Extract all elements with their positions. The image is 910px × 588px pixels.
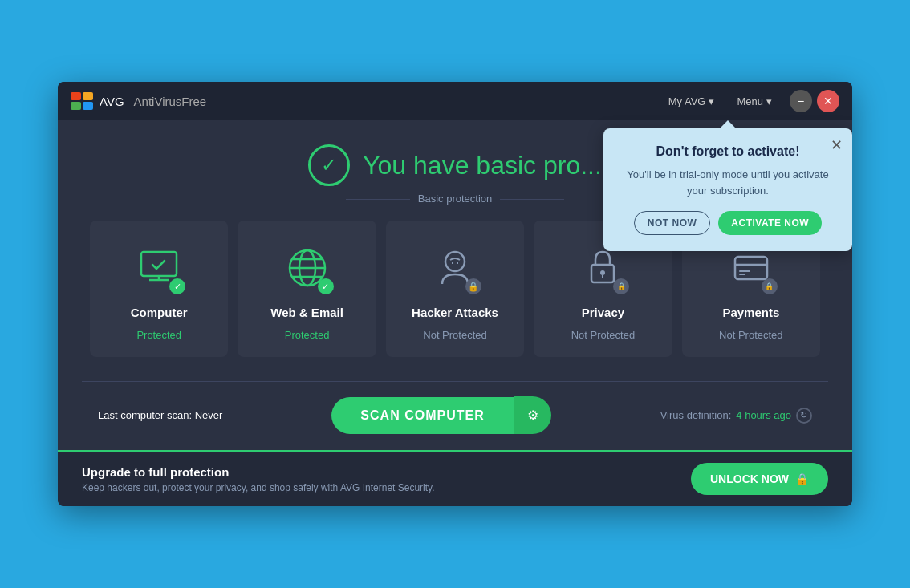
status-icon: ✓ <box>308 144 350 186</box>
privacy-card-name: Privacy <box>582 306 624 319</box>
popup-title: Don't forget to activate! <box>621 144 835 159</box>
upgrade-footer: Upgrade to full protection Keep hackers … <box>58 450 852 506</box>
upgrade-title: Upgrade to full protection <box>82 465 435 479</box>
hacker-attacks-card[interactable]: 🔒 Hacker Attacks Not Protected <box>386 221 524 357</box>
svg-point-8 <box>445 252 465 271</box>
payments-card-status: Not Protected <box>719 329 783 341</box>
chevron-down-icon: ▾ <box>709 95 714 107</box>
computer-card-name: Computer <box>131 306 188 319</box>
upgrade-text: Upgrade to full protection Keep hackers … <box>82 465 435 493</box>
web-email-card-status: Protected <box>285 329 330 341</box>
payments-card-name: Payments <box>722 306 779 319</box>
scan-button-group: SCAN COMPUTER ⚙ <box>331 396 550 434</box>
activation-popup: ✕ Don't forget to activate! You'll be in… <box>603 128 852 251</box>
app-window: AVG AntiVirusFree My AVG ▾ Menu ▾ − ✕ ✕ … <box>58 82 852 506</box>
svg-rect-0 <box>141 252 177 276</box>
titlebar-nav: My AVG ▾ Menu ▾ <box>660 91 780 112</box>
app-logo-area: AVG AntiVirusFree <box>71 92 660 110</box>
titlebar: AVG AntiVirusFree My AVG ▾ Menu ▾ − ✕ <box>58 82 852 120</box>
minimize-button[interactable]: − <box>790 90 812 112</box>
popup-actions: NOT NOW ACTIVATE NOW <box>621 211 835 235</box>
svg-rect-14 <box>735 257 767 279</box>
hacker-badge-icon: 🔒 <box>465 278 481 294</box>
web-email-badge-icon: ✓ <box>318 278 334 294</box>
popup-close-button[interactable]: ✕ <box>831 136 843 154</box>
gear-icon: ⚙ <box>527 408 538 422</box>
payments-badge-icon: 🔒 <box>762 278 778 294</box>
window-controls: − ✕ <box>790 90 839 112</box>
checkmark-icon: ✓ <box>321 154 337 176</box>
computer-card-status: Protected <box>136 329 181 341</box>
privacy-badge-icon: 🔒 <box>613 278 629 294</box>
close-button[interactable]: ✕ <box>817 90 839 112</box>
svg-point-12 <box>600 270 605 275</box>
avg-logo-icon <box>71 92 93 110</box>
menu-button[interactable]: Menu ▾ <box>729 91 780 112</box>
scan-settings-button[interactable]: ⚙ <box>514 396 551 434</box>
my-avg-button[interactable]: My AVG ▾ <box>660 91 723 112</box>
last-scan-info: Last computer scan: Never <box>98 409 222 421</box>
app-title: AVG <box>100 95 124 108</box>
web-email-card-icon: ✓ <box>279 240 335 296</box>
virus-definition: Virus definition: 4 hours ago ↻ <box>660 408 812 424</box>
hacker-attacks-card-name: Hacker Attacks <box>412 306 498 319</box>
main-content: ✕ Don't forget to activate! You'll be in… <box>58 120 852 450</box>
privacy-card-icon: 🔒 <box>575 240 631 296</box>
status-text: You have basic pro... <box>363 151 602 180</box>
section-label: Basic protection <box>90 193 820 205</box>
hacker-attacks-card-status: Not Protected <box>423 329 487 341</box>
scan-computer-button[interactable]: SCAN COMPUTER <box>331 397 513 434</box>
upgrade-description: Keep hackers out, protect your privacy, … <box>82 482 435 493</box>
popup-overlay: ✕ Don't forget to activate! You'll be in… <box>603 128 852 251</box>
refresh-icon[interactable]: ↻ <box>796 408 812 424</box>
activate-now-button[interactable]: ACTIVATE NOW <box>718 211 822 235</box>
scan-bar: Last computer scan: Never SCAN COMPUTER … <box>90 396 820 434</box>
app-subtitle: AntiVirusFree <box>134 95 207 108</box>
privacy-card-status: Not Protected <box>571 329 636 341</box>
computer-card[interactable]: ✓ Computer Protected <box>90 221 228 357</box>
computer-card-icon: ✓ <box>131 240 187 296</box>
computer-badge-icon: ✓ <box>169 278 185 294</box>
lock-icon: 🔒 <box>795 472 809 485</box>
divider <box>82 381 828 382</box>
unlock-now-button[interactable]: UNLOCK NOW 🔒 <box>691 463 828 495</box>
chevron-down-icon: ▾ <box>766 95 772 107</box>
not-now-button[interactable]: NOT NOW <box>634 211 711 235</box>
web-email-card-name: Web & Email <box>270 306 343 319</box>
payments-card-icon: 🔒 <box>723 240 779 296</box>
hacker-attacks-card-icon: 🔒 <box>427 240 483 296</box>
web-email-card[interactable]: ✓ Web & Email Protected <box>238 221 376 357</box>
